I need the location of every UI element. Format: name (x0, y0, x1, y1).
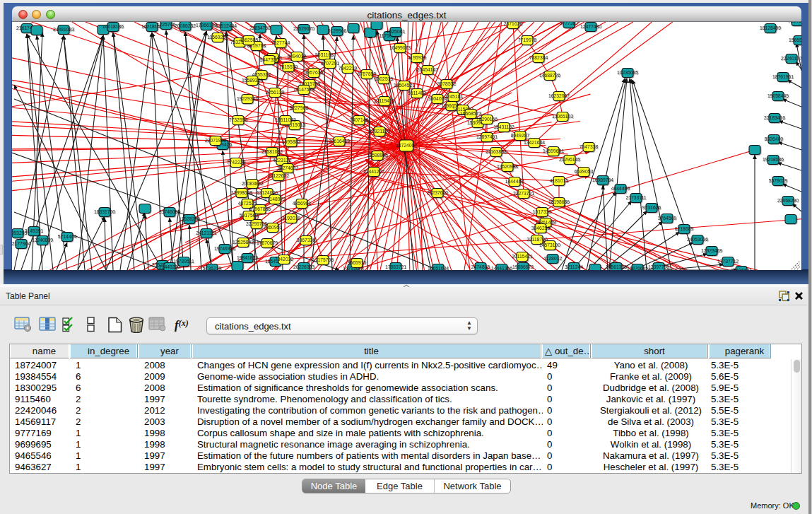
svg-text:14441366: 14441366 (491, 266, 512, 270)
svg-text:7082384: 7082384 (529, 55, 548, 60)
svg-text:11598965: 11598965 (367, 153, 388, 158)
svg-text:1595882: 1595882 (282, 139, 301, 144)
svg-text:6302515: 6302515 (375, 76, 394, 81)
svg-text:8326400: 8326400 (765, 136, 784, 141)
svg-text:4245181: 4245181 (445, 94, 464, 99)
svg-text:21163858: 21163858 (486, 149, 507, 154)
svg-text:12923469: 12923469 (701, 248, 722, 253)
svg-text:5511402: 5511402 (408, 90, 426, 95)
svg-text:14561338: 14561338 (606, 264, 627, 269)
svg-text:17870679: 17870679 (257, 240, 278, 245)
svg-text:14018186: 14018186 (102, 24, 124, 29)
svg-text:5227968: 5227968 (290, 105, 309, 110)
svg-text:15589374: 15589374 (242, 78, 263, 83)
svg-text:2177904: 2177904 (12, 241, 30, 246)
svg-text:19841859: 19841859 (237, 255, 258, 260)
svg-text:18128499: 18128499 (760, 25, 781, 30)
svg-text:12477430: 12477430 (580, 24, 601, 29)
svg-text:7732556: 7732556 (229, 117, 248, 122)
svg-text:5917563: 5917563 (240, 213, 259, 218)
svg-text:17175705: 17175705 (312, 257, 334, 262)
svg-text:5714404: 5714404 (58, 234, 77, 239)
svg-text:3078532: 3078532 (437, 81, 457, 86)
svg-text:9731626: 9731626 (642, 205, 661, 210)
svg-text:17148973: 17148973 (264, 197, 286, 201)
svg-text:20226323: 20226323 (293, 264, 314, 269)
svg-text:4128012: 4128012 (543, 256, 563, 261)
svg-text:16232067: 16232067 (548, 93, 570, 98)
svg-text:22854758: 22854758 (249, 25, 271, 30)
svg-text:22273721: 22273721 (513, 191, 534, 196)
svg-text:7527744: 7527744 (271, 40, 290, 45)
svg-text:4872525: 4872525 (238, 201, 257, 206)
svg-text:8049287: 8049287 (511, 133, 530, 138)
svg-text:19749376: 19749376 (214, 246, 235, 251)
svg-text:17737712: 17737712 (717, 259, 739, 264)
svg-text:7842219: 7842219 (339, 66, 358, 71)
svg-text:4195939: 4195939 (408, 55, 427, 60)
svg-text:17866148: 17866148 (196, 23, 217, 28)
svg-text:12441207: 12441207 (363, 169, 384, 174)
svg-text:20454147: 20454147 (417, 67, 438, 72)
svg-text:10499073: 10499073 (389, 45, 411, 50)
svg-text:4181015: 4181015 (550, 178, 569, 183)
svg-text:2256139: 2256139 (266, 90, 285, 95)
svg-text:19058445: 19058445 (767, 93, 789, 98)
svg-text:7547338: 7547338 (579, 144, 599, 149)
svg-text:4856981: 4856981 (293, 201, 312, 206)
svg-text:1525061: 1525061 (387, 29, 406, 34)
svg-text:1517330: 1517330 (533, 209, 552, 214)
svg-text:9665910: 9665910 (348, 260, 367, 265)
svg-text:14573100: 14573100 (539, 243, 560, 247)
svg-text:17883721: 17883721 (385, 264, 406, 269)
svg-text:15431132: 15431132 (493, 124, 514, 129)
svg-text:21449230: 21449230 (159, 264, 180, 269)
svg-text:7407146: 7407146 (350, 117, 369, 122)
svg-text:4644469: 4644469 (611, 186, 630, 191)
svg-text:18761961: 18761961 (772, 74, 794, 79)
svg-text:19511023: 19511023 (275, 117, 296, 122)
svg-text:12240879: 12240879 (32, 238, 53, 243)
svg-text:18274637: 18274637 (277, 165, 298, 170)
svg-text:13421644: 13421644 (524, 140, 545, 145)
svg-text:20122672: 20122672 (268, 173, 289, 178)
svg-text:20083820: 20083820 (242, 181, 263, 186)
svg-text:19229343: 19229343 (237, 96, 258, 101)
svg-text:5579029: 5579029 (769, 178, 788, 183)
svg-text:23746089: 23746089 (159, 209, 180, 214)
svg-text:7742228: 7742228 (227, 160, 246, 165)
svg-text:14599681: 14599681 (543, 148, 564, 153)
svg-text:20536621: 20536621 (731, 268, 752, 270)
svg-text:24121121: 24121121 (196, 230, 217, 235)
svg-text:12998648: 12998648 (231, 190, 252, 195)
svg-text:13065103: 13065103 (552, 114, 573, 119)
svg-text:18331700: 18331700 (94, 209, 115, 214)
svg-text:5736219: 5736219 (203, 266, 222, 270)
svg-text:2371626: 2371626 (504, 22, 523, 26)
svg-text:21733111: 21733111 (625, 195, 646, 200)
svg-text:7719978: 7719978 (518, 37, 537, 42)
svg-text:4562585: 4562585 (240, 37, 259, 42)
svg-text:7192010: 7192010 (282, 216, 301, 221)
svg-text:3846258: 3846258 (531, 226, 551, 230)
svg-text:19789511: 19789511 (173, 259, 194, 264)
svg-text:22068290: 22068290 (777, 198, 799, 203)
svg-text:7360951: 7360951 (264, 225, 283, 230)
svg-text:24481083: 24481083 (53, 27, 74, 32)
svg-text:21581062: 21581062 (261, 149, 283, 154)
svg-text:1815530: 1815530 (279, 64, 298, 69)
svg-text:1764569: 1764569 (658, 216, 677, 221)
svg-text:21119410: 21119410 (374, 98, 394, 103)
svg-text:10236085: 10236085 (617, 70, 638, 75)
svg-text:3149391: 3149391 (25, 228, 44, 233)
svg-text:1225706: 1225706 (157, 22, 176, 27)
svg-text:15147575: 15147575 (293, 87, 314, 92)
svg-text:20115421: 20115421 (512, 254, 533, 259)
svg-text:22240177: 22240177 (781, 56, 801, 61)
svg-text:3367336: 3367336 (297, 238, 316, 243)
svg-text:22529070: 22529070 (293, 26, 314, 31)
svg-text:19886672: 19886672 (512, 264, 534, 269)
svg-text:2474815: 2474815 (471, 264, 490, 269)
svg-text:20616419: 20616419 (329, 139, 350, 144)
svg-text:18198686: 18198686 (548, 199, 570, 204)
